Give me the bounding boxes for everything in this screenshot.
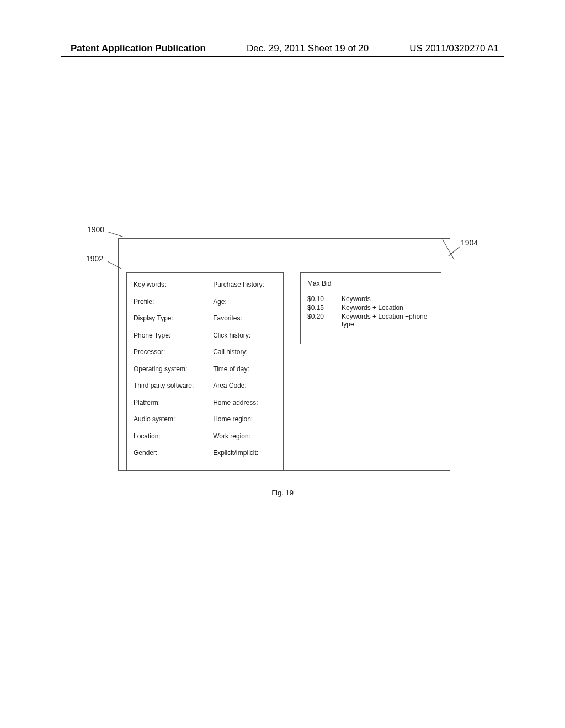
criteria-label: Home address:: [213, 399, 278, 416]
criteria-label: Favorites:: [213, 314, 278, 331]
criteria-label: Age:: [213, 298, 278, 315]
criteria-label: Processor:: [134, 348, 213, 365]
criteria-label: Time of day:: [213, 365, 278, 382]
reference-numeral-1900: 1900: [87, 225, 104, 234]
reference-numeral-1902: 1902: [86, 254, 103, 263]
bid-amount: $0.10: [307, 295, 342, 303]
bid-panel: Max Bid $0.10 Keywords $0.15 Keywords + …: [300, 272, 441, 344]
criteria-label: Operating system:: [134, 365, 213, 382]
page-header: Patent Application Publication Dec. 29, …: [0, 43, 565, 54]
criteria-label: Key words:: [134, 281, 213, 298]
bid-row: $0.15 Keywords + Location: [307, 304, 435, 312]
criteria-label: Home region:: [213, 415, 278, 432]
criteria-label: Third party software:: [134, 382, 213, 399]
criteria-column-2: Purchase history: Age: Favorites: Click …: [213, 281, 278, 466]
criteria-label: Phone Type:: [134, 331, 213, 349]
bid-description: Keywords + Location +phone type: [342, 313, 435, 328]
criteria-label: Work region:: [213, 432, 278, 449]
reference-numeral-1904: 1904: [461, 238, 478, 247]
criteria-label: Profile:: [134, 298, 213, 315]
figure-caption: Fig. 19: [0, 489, 565, 497]
criteria-column-1: Key words: Profile: Display Type: Phone …: [134, 281, 213, 466]
bid-description: Keywords + Location: [342, 304, 435, 312]
header-rule: [61, 56, 504, 57]
criteria-label: Platform:: [134, 399, 213, 416]
bid-row: $0.20 Keywords + Location +phone type: [307, 313, 435, 328]
header-right: US 2011/0320270 A1: [409, 43, 499, 54]
criteria-label: Gender:: [134, 449, 213, 466]
bid-heading: Max Bid: [307, 280, 435, 287]
criteria-label: Audio system:: [134, 415, 213, 432]
bid-row: $0.10 Keywords: [307, 295, 435, 303]
criteria-label: Area Code:: [213, 382, 278, 399]
bid-description: Keywords: [342, 295, 435, 303]
criteria-label: Purchase history:: [213, 281, 278, 298]
lead-line-icon: [108, 232, 123, 237]
bid-amount: $0.15: [307, 304, 342, 312]
criteria-label: Click history:: [213, 331, 278, 349]
bid-amount: $0.20: [307, 313, 342, 328]
header-left: Patent Application Publication: [71, 43, 206, 54]
criteria-panel: Key words: Profile: Display Type: Phone …: [126, 272, 284, 471]
criteria-label: Call history:: [213, 348, 278, 365]
criteria-label: Location:: [134, 432, 213, 449]
criteria-label: Display Type:: [134, 314, 213, 331]
criteria-label: Explicit/Implicit:: [213, 449, 278, 466]
header-center: Dec. 29, 2011 Sheet 19 of 20: [247, 43, 369, 54]
